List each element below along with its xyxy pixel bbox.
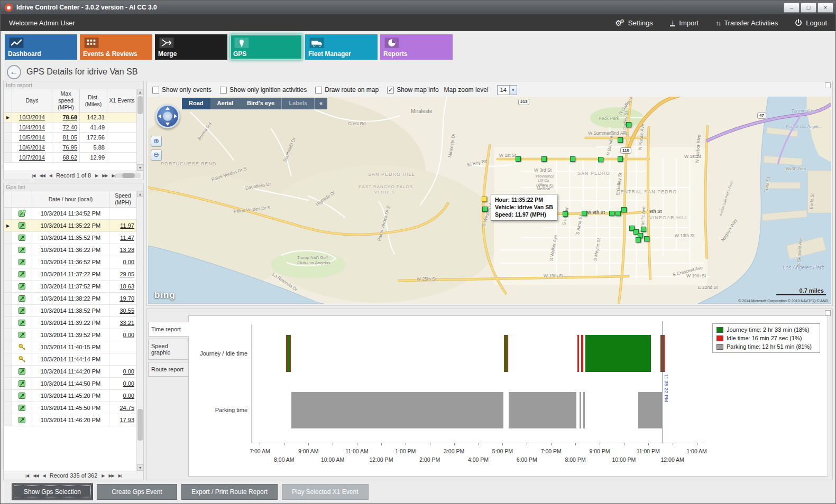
speed-link[interactable]: 30.55 bbox=[120, 307, 134, 314]
table-row[interactable]: 10/3/2014 11:34:52 PM bbox=[4, 208, 137, 220]
scroll-up-icon[interactable]: ▲ bbox=[137, 191, 143, 197]
table-row[interactable]: 10/3/2014 11:35:52 PM11.47 bbox=[4, 232, 137, 244]
day-link[interactable]: 10/4/2014 bbox=[19, 124, 45, 130]
column-header-x1-events[interactable]: X1 Events bbox=[107, 89, 137, 113]
speed-link[interactable]: 0.00 bbox=[123, 368, 134, 375]
gps-marker[interactable] bbox=[621, 207, 627, 212]
speed-link[interactable]: 19.70 bbox=[120, 295, 134, 302]
nav-tile-reports[interactable]: Reports bbox=[380, 34, 453, 60]
close-button[interactable]: × bbox=[817, 3, 833, 13]
table-row[interactable]: 10/3/2014 11:38:22 PM19.70 bbox=[4, 293, 137, 305]
map-style-tab-road[interactable]: Road bbox=[182, 98, 210, 109]
gps-marker[interactable] bbox=[516, 156, 521, 162]
transfer-activities-button[interactable]: ↑↓ Transfer Activities bbox=[715, 19, 778, 27]
prev-fast-button[interactable]: ◀◀ bbox=[40, 173, 45, 178]
tab-speed-graphic[interactable]: Speed graphic bbox=[148, 339, 188, 360]
next-page-button[interactable]: ▶ bbox=[102, 473, 104, 478]
settings-button[interactable]: ⚙⚙ Settings bbox=[615, 19, 653, 27]
gps-marker[interactable] bbox=[570, 156, 575, 162]
info-report-scrollbar[interactable]: ▲ ▼ bbox=[136, 89, 143, 171]
max-speed-link[interactable]: 76.95 bbox=[62, 144, 77, 151]
speed-link[interactable]: 33.21 bbox=[120, 320, 134, 326]
table-row[interactable]: 10/3/2014 11:39:22 PM33.21 bbox=[4, 317, 137, 329]
create-gps-event-button[interactable]: Create Gps Event bbox=[97, 484, 177, 500]
collapse-map-panel-button[interactable] bbox=[825, 82, 831, 88]
gps-marker[interactable] bbox=[563, 211, 568, 217]
table-row[interactable]: 10/3/2014 11:45:20 PM0.00 bbox=[4, 390, 137, 402]
table-row[interactable]: 10/3/2014 11:38:52 PM30.55 bbox=[4, 305, 137, 317]
map[interactable]: MiralestePeck ParkW Summerland AveN Band… bbox=[148, 97, 831, 304]
gps-marker[interactable] bbox=[644, 236, 649, 241]
speed-link[interactable]: 29.05 bbox=[120, 271, 134, 277]
gps-marker[interactable] bbox=[541, 156, 547, 162]
gps-marker[interactable] bbox=[598, 157, 603, 162]
table-row[interactable]: 10/3/2014 11:40:15 PM bbox=[4, 341, 137, 353]
checkbox-show-only-events[interactable]: Show only events bbox=[152, 86, 212, 94]
table-row[interactable]: 10/3/2014 11:36:22 PM13.28 bbox=[4, 244, 137, 256]
map-style-tab-aerial[interactable]: Aerial bbox=[210, 98, 241, 109]
max-speed-link[interactable]: 81.05 bbox=[62, 134, 77, 141]
speed-link[interactable]: 11.47 bbox=[120, 235, 134, 241]
table-row[interactable]: 10/5/201481.05172.56 bbox=[4, 133, 137, 143]
gps-marker[interactable] bbox=[626, 122, 631, 127]
nav-tile-merge[interactable]: Merge bbox=[155, 34, 227, 60]
minimize-button[interactable]: – bbox=[784, 3, 800, 13]
speed-link[interactable]: 0.00 bbox=[123, 393, 134, 399]
checkbox-box[interactable] bbox=[152, 87, 159, 94]
pan-south-icon[interactable] bbox=[166, 123, 170, 126]
max-speed-link[interactable]: 78.68 bbox=[62, 114, 77, 120]
nav-tile-dashboard[interactable]: Dashboard bbox=[5, 34, 77, 60]
collapse-chart-panel-button[interactable] bbox=[825, 310, 831, 316]
checkbox-box[interactable]: ✓ bbox=[387, 87, 394, 94]
next-fast-button[interactable]: ▶▶ bbox=[108, 473, 114, 478]
checkbox-draw-route-on-map[interactable]: Draw route on map bbox=[315, 86, 379, 94]
speed-link[interactable]: 0.00 bbox=[123, 380, 134, 387]
gps-marker[interactable] bbox=[618, 137, 623, 143]
day-link[interactable]: 10/3/2014 bbox=[19, 114, 45, 120]
scroll-down-icon[interactable]: ▼ bbox=[137, 464, 143, 471]
table-row[interactable]: 10/7/201468.6212.99 bbox=[4, 153, 137, 163]
column-header-speed[interactable]: Speed (MPH) bbox=[109, 191, 137, 208]
speed-link[interactable]: 0.00 bbox=[123, 332, 134, 338]
gps-marker[interactable] bbox=[482, 207, 488, 212]
table-row[interactable]: 10/3/2014 11:37:22 PM29.05 bbox=[4, 268, 137, 281]
column-header-dist[interactable]: Dist. (Miles) bbox=[80, 89, 107, 113]
table-row[interactable]: 10/3/2014 11:36:52 PM0.00 bbox=[4, 256, 137, 268]
table-row[interactable]: 10/3/2014 11:46:20 PM17.93 bbox=[4, 414, 137, 426]
checkbox-box[interactable] bbox=[315, 87, 322, 94]
gps-marker[interactable] bbox=[641, 227, 646, 232]
last-page-button[interactable]: ▶| bbox=[118, 473, 122, 478]
import-button[interactable]: ↓ Import bbox=[670, 19, 699, 27]
checkbox-box[interactable] bbox=[220, 87, 227, 94]
back-button[interactable]: ← bbox=[7, 65, 21, 79]
day-link[interactable]: 10/6/2014 bbox=[19, 144, 45, 151]
tab-route-report[interactable]: Route report bbox=[148, 362, 188, 377]
table-row[interactable]: 10/3/2014 11:39:52 PM0.00 bbox=[4, 329, 137, 341]
speed-link[interactable]: 13.28 bbox=[120, 247, 134, 253]
prev-page-button[interactable]: ◀ bbox=[49, 173, 52, 178]
gps-marker[interactable] bbox=[609, 211, 614, 216]
map-compass-control[interactable] bbox=[155, 104, 180, 128]
next-page-button[interactable]: ▶ bbox=[95, 173, 98, 178]
map-zoom-level-select[interactable]: 14▼ bbox=[497, 85, 517, 95]
map-zoom-out-button[interactable]: ⊖ bbox=[151, 150, 162, 161]
table-row[interactable]: 10/3/2014 11:45:50 PM24.75 bbox=[4, 402, 137, 414]
speed-link[interactable]: 11.97 bbox=[120, 222, 134, 229]
prev-fast-button[interactable]: ◀◀ bbox=[33, 473, 38, 478]
pager-scrollbar[interactable] bbox=[116, 173, 141, 178]
column-header-max[interactable]: Max speed (MPH) bbox=[52, 89, 80, 113]
scroll-down-icon[interactable]: ▼ bbox=[137, 164, 143, 171]
pan-north-icon[interactable] bbox=[166, 107, 170, 110]
last-page-button[interactable]: ▶| bbox=[112, 173, 115, 178]
nav-tile-events-reviews[interactable]: Events & Reviews bbox=[80, 34, 152, 60]
max-speed-link[interactable]: 68.62 bbox=[62, 154, 77, 161]
map-style-tab-labels[interactable]: Labels bbox=[281, 98, 315, 109]
play-selected-x1-event-button[interactable]: Play Selected X1 Event bbox=[282, 484, 368, 500]
maximize-button[interactable]: □ bbox=[801, 3, 816, 13]
table-row[interactable]: 10/6/201476.955.88 bbox=[4, 143, 137, 153]
first-page-button[interactable]: |◀ bbox=[32, 173, 35, 178]
checkbox-show-map-info[interactable]: ✓Show map info bbox=[387, 86, 438, 94]
day-link[interactable]: 10/5/2014 bbox=[19, 134, 45, 141]
gps-list-scrollbar[interactable]: ▲ ▼ bbox=[136, 191, 143, 471]
gps-marker[interactable] bbox=[482, 197, 487, 202]
